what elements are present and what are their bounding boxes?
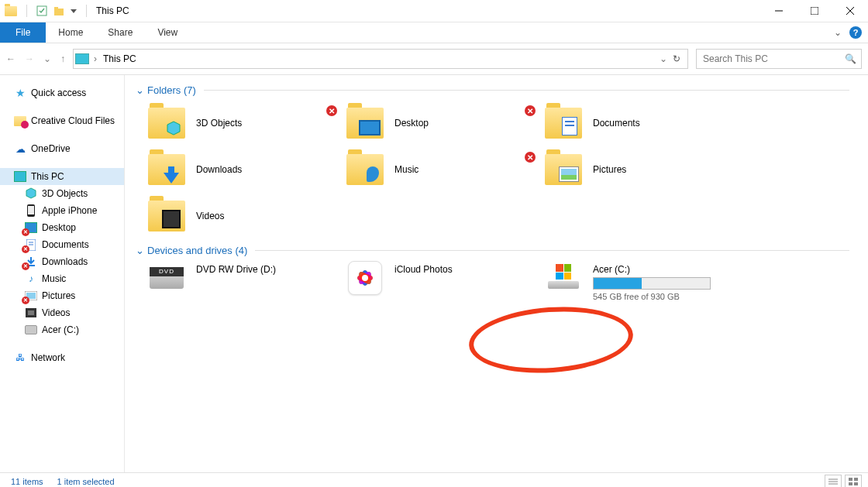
drive-icloud-photos[interactable]: iCloud Photos [346,262,545,301]
star-icon: ★ [14,87,26,99]
tab-file[interactable]: File [0,22,46,43]
sidebar-item-onedrive[interactable]: ☁ OneDrive [0,140,124,157]
folder-label: Downloads [196,164,242,175]
folder-icon [346,154,384,185]
qat-dropdown-icon[interactable] [71,8,77,14]
folder-3d-objects[interactable]: 3D Objects [148,102,346,144]
status-selected-count: 1 item selected [57,477,115,486]
folders-grid: 3D Objects ✕ Desktop ✕ Documents Downloa… [125,102,868,242]
tiles-view-icon[interactable] [845,475,862,487]
sidebar-label: Quick access [31,87,86,98]
address-dropdown-icon[interactable]: ⌄ [660,53,667,64]
details-view-icon[interactable] [825,475,842,487]
section-title: Devices and drives (4) [147,245,247,256]
help-icon[interactable]: ? [849,26,862,39]
cube-icon [25,187,37,200]
sidebar-label: Apple iPhone [42,205,97,216]
app-icon [5,6,17,16]
videos-icon [25,307,37,319]
svg-point-22 [362,275,368,281]
creative-cloud-icon [14,115,26,127]
folder-documents[interactable]: ✕ Documents [545,102,743,144]
pictures-icon: ✕ [25,290,37,302]
this-pc-icon [75,53,89,64]
folder-pictures[interactable]: ✕ Pictures [545,149,743,190]
recent-locations-icon[interactable]: ⌄ [43,53,51,64]
sidebar-item-pictures[interactable]: ✕ Pictures [0,287,124,304]
folder-music[interactable]: Music [346,149,545,190]
nav-bar: ← → ⌄ ↑ › ⌄ ↻ 🔍 [0,43,868,75]
folder-label: 3D Objects [196,118,242,129]
annotation-circle [467,302,635,379]
sync-error-icon: ✕ [525,152,536,163]
sidebar-label: OneDrive [31,143,71,154]
search-box[interactable]: 🔍 [696,49,862,69]
separator [26,5,27,17]
sidebar-item-desktop[interactable]: ✕ Desktop [0,219,124,236]
back-button[interactable]: ← [6,53,16,64]
sync-error-icon: ✕ [326,105,337,116]
sidebar-label: Documents [42,239,89,250]
tab-home[interactable]: Home [46,22,95,43]
folder-label: Pictures [593,164,626,175]
sidebar-item-this-pc[interactable]: This PC [0,168,124,185]
chevron-down-icon: ⌄ [136,84,144,96]
view-mode-switcher [825,475,862,487]
folder-icon [148,201,185,231]
folder-icon [148,108,185,139]
minimize-button[interactable] [761,0,797,22]
expand-ribbon-icon[interactable]: ⌄ [834,27,842,38]
sidebar-item-videos[interactable]: Videos [0,304,124,321]
section-devices-header[interactable]: ⌄ Devices and drives (4) [136,245,868,256]
devices-grid: DVD RW Drive (D:) [125,262,868,306]
address-input[interactable] [102,53,660,65]
chevron-down-icon: ⌄ [136,245,144,256]
svg-rect-29 [854,482,858,485]
sidebar-item-3d-objects[interactable]: 3D Objects [0,185,124,202]
onedrive-icon: ☁ [14,142,26,155]
refresh-icon[interactable]: ↻ [667,53,686,64]
folder-icon [148,154,185,185]
maximize-button[interactable] [797,0,832,22]
sidebar-item-acer-c[interactable]: Acer (C:) [0,321,124,338]
sidebar-item-quick-access[interactable]: ★ Quick access [0,84,124,101]
ribbon-tabs: File Home Share View ⌄ ? [0,22,868,43]
drive-label: DVD RW Drive (D:) [196,264,276,275]
sidebar-item-music[interactable]: ♪ Music [0,270,124,287]
sidebar-item-apple-iphone[interactable]: Apple iPhone [0,202,124,219]
sidebar-item-downloads[interactable]: ✕ Downloads [0,253,124,270]
up-button[interactable]: ↑ [60,53,65,64]
folder-desktop[interactable]: ✕ Desktop [346,102,545,144]
sidebar-label: Acer (C:) [42,324,79,335]
section-folders-header[interactable]: ⌄ Folders (7) [136,84,868,96]
drive-acer-c[interactable]: Acer (C:) 545 GB free of 930 GB [545,262,743,301]
address-bar[interactable]: › ⌄ ↻ [73,49,688,69]
new-folder-icon[interactable] [53,5,64,16]
folder-downloads[interactable]: Downloads [148,149,346,190]
folder-icon [545,108,582,139]
drive-label: iCloud Photos [394,264,453,275]
sidebar-item-network[interactable]: 🖧 Network [0,349,124,366]
forward-button[interactable]: → [25,53,34,64]
local-disk-icon [545,262,582,293]
tab-view[interactable]: View [145,22,190,43]
properties-icon[interactable] [36,5,47,16]
svg-rect-26 [849,478,852,481]
sidebar-label: 3D Objects [42,188,88,199]
separator [86,5,87,17]
tab-share[interactable]: Share [95,22,145,43]
drive-dvd[interactable]: DVD RW Drive (D:) [148,262,346,301]
folder-label: Documents [593,118,640,129]
drive-usage-bar [593,277,711,290]
sidebar-label: Creative Cloud Files [31,115,115,126]
svg-rect-1 [54,9,64,15]
search-input[interactable] [701,53,845,65]
sidebar-item-creative-cloud[interactable]: Creative Cloud Files [0,112,124,129]
close-button[interactable] [832,0,868,22]
folder-icon [346,108,384,139]
drive-label: Acer (C:) [593,264,711,275]
sync-error-icon: ✕ [525,105,536,116]
search-icon[interactable]: 🔍 [845,53,856,64]
sidebar-item-documents[interactable]: ✕ Documents [0,236,124,253]
folder-videos[interactable]: Videos [148,195,346,237]
